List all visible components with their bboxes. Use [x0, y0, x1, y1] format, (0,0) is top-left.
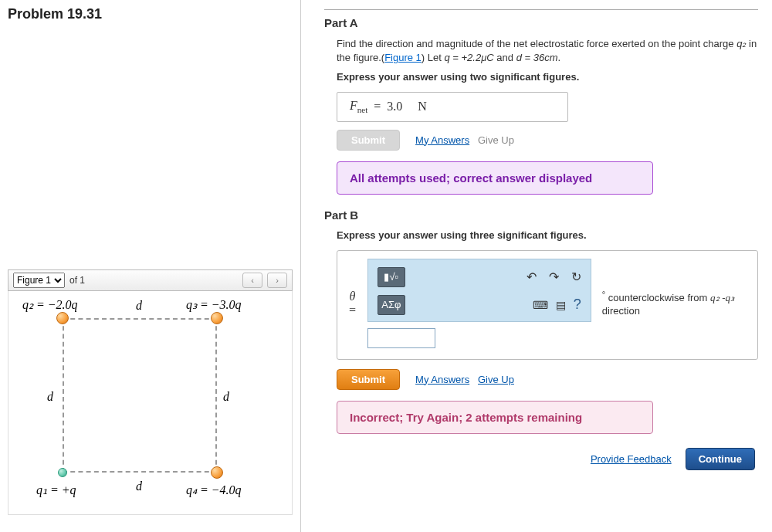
part-b-give-up-link[interactable]: Give Up	[478, 374, 514, 385]
sheet-icon[interactable]: ▤	[556, 299, 566, 311]
charge-q4	[211, 466, 223, 479]
theta-label: θ =	[348, 290, 357, 317]
charge-q1	[58, 468, 67, 477]
greek-button[interactable]: ΑΣφ	[378, 295, 405, 315]
part-a-feedback: All attempts used; correct answer displa…	[337, 161, 653, 195]
figure-toolbar: Figure 1 of 1 ‹ ›	[8, 269, 293, 291]
label-q3: q₃ = −3.0q	[186, 297, 242, 312]
part-a-instruction: Express your answer using two significan…	[337, 71, 758, 83]
part-b-editor: θ = ▮√▫ ↶ ↷ ↻ ΑΣφ	[337, 250, 758, 360]
undo-icon[interactable]: ↶	[527, 269, 537, 284]
part-a-submit-button: Submit	[337, 130, 400, 151]
label-q2: q₂ = −2.0q	[22, 297, 78, 312]
label-d-bottom: d	[136, 479, 142, 493]
part-a-my-answers-link[interactable]: My Answers	[415, 134, 469, 146]
part-b-heading: Part B	[324, 208, 758, 222]
figure-link[interactable]: Figure 1	[384, 52, 422, 63]
part-b-answer-input[interactable]	[367, 328, 435, 348]
figure-select[interactable]: Figure 1	[13, 273, 65, 288]
keyboard-icon[interactable]: ⌨	[533, 299, 548, 311]
part-b-instruction: Express your answer using three signific…	[337, 229, 758, 241]
label-q4: q₄ = −4.0q	[186, 483, 242, 497]
part-b-submit-button[interactable]: Submit	[337, 369, 400, 390]
part-a-give-up-link: Give Up	[478, 134, 514, 146]
part-b-feedback: Incorrect; Try Again; 2 attempts remaini…	[337, 401, 653, 434]
reset-icon[interactable]: ↻	[571, 269, 581, 284]
part-a-answer-display: Fnet = 3.0 N	[337, 92, 568, 121]
label-d-left: d	[47, 390, 53, 404]
divider	[324, 9, 758, 10]
part-b-my-answers-link[interactable]: My Answers	[415, 374, 469, 385]
label-d-right: d	[223, 390, 229, 404]
continue-button[interactable]: Continue	[686, 448, 755, 470]
charge-q3	[211, 312, 223, 324]
problem-title: Problem 19.31	[8, 6, 293, 22]
label-d-top: d	[136, 299, 142, 313]
figure-canvas: q₂ = −2.0q q₃ = −3.0q q₁ = +q q₄ = −4.0q…	[8, 291, 293, 515]
charge-q2	[56, 312, 69, 324]
part-b-units: ° counterclockwise from q₂ -q₃ direction	[602, 289, 734, 318]
label-q1: q₁ = +q	[36, 483, 76, 497]
part-a-prompt: Find the direction and magnitude of the …	[337, 37, 758, 65]
redo-icon[interactable]: ↷	[549, 269, 559, 284]
provide-feedback-link[interactable]: Provide Feedback	[591, 453, 672, 465]
part-a-heading: Part A	[324, 16, 758, 29]
help-icon[interactable]: ?	[574, 296, 581, 313]
templates-button[interactable]: ▮√▫	[378, 267, 405, 287]
figure-count-label: of 1	[69, 275, 85, 286]
figure-prev-button[interactable]: ‹	[242, 273, 262, 288]
equation-toolbar: ▮√▫ ↶ ↷ ↻ ΑΣφ ⌨ ▤ ?	[367, 259, 591, 322]
figure-next-button[interactable]: ›	[267, 273, 287, 288]
